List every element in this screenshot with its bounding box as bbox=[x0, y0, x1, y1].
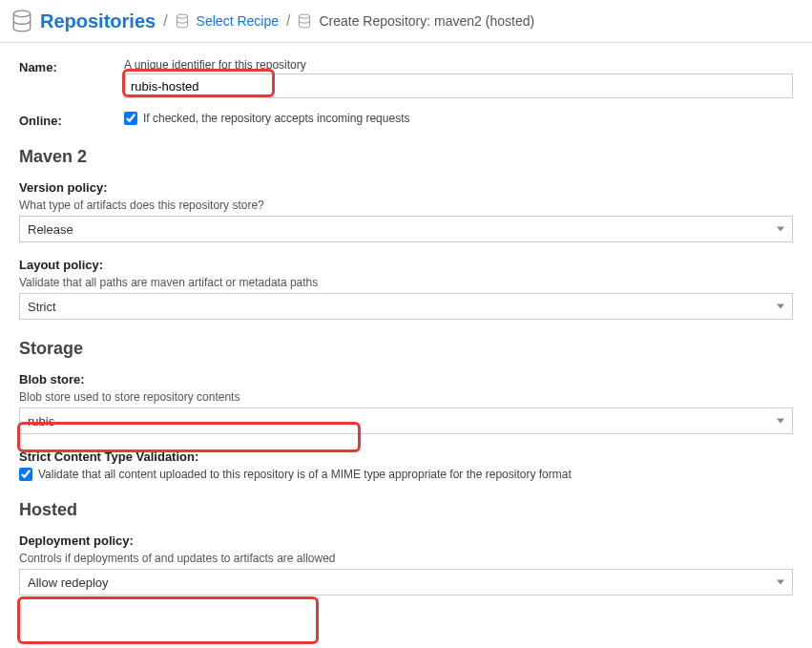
blob-store-hint: Blob store used to store repository cont… bbox=[19, 390, 793, 404]
version-policy-label: Version policy: bbox=[19, 180, 793, 195]
chevron-down-icon bbox=[777, 304, 784, 309]
deployment-policy-hint: Controls if deployments of and updates t… bbox=[19, 552, 793, 565]
section-storage-title: Storage bbox=[19, 339, 793, 359]
name-label: Name: bbox=[19, 58, 124, 74]
svg-point-2 bbox=[300, 14, 310, 18]
version-policy-value: Release bbox=[28, 222, 73, 237]
layout-policy-label: Layout policy: bbox=[19, 258, 793, 272]
breadcrumb: Repositories / Select Recipe / Create Re… bbox=[0, 0, 812, 43]
online-label: Online: bbox=[19, 112, 124, 128]
layout-policy-hint: Validate that all paths are maven artifa… bbox=[19, 276, 793, 289]
section-hosted-title: Hosted bbox=[19, 500, 793, 520]
database-icon bbox=[11, 10, 32, 32]
blob-store-value: rubis bbox=[28, 414, 54, 429]
breadcrumb-current: Create Repository: maven2 (hosted) bbox=[319, 13, 534, 29]
strict-validation-text: Validate that all content uploaded to th… bbox=[38, 468, 572, 481]
breadcrumb-root[interactable]: Repositories bbox=[40, 10, 156, 32]
deployment-policy-select[interactable]: Allow redeploy bbox=[19, 569, 793, 596]
layout-policy-value: Strict bbox=[28, 300, 56, 314]
version-policy-hint: What type of artifacts does this reposit… bbox=[19, 199, 793, 212]
svg-point-0 bbox=[13, 10, 30, 17]
chevron-down-icon bbox=[777, 580, 784, 585]
chevron-down-icon bbox=[777, 419, 784, 424]
strict-validation-checkbox[interactable] bbox=[19, 468, 32, 481]
section-maven2-title: Maven 2 bbox=[19, 147, 793, 167]
database-icon bbox=[176, 13, 189, 29]
form-area: Name: A unique identifier for this repos… bbox=[0, 43, 812, 630]
chevron-down-icon bbox=[777, 227, 784, 232]
online-text: If checked, the repository accepts incom… bbox=[143, 112, 409, 125]
blob-store-label: Blob store: bbox=[19, 372, 793, 387]
deployment-policy-value: Allow redeploy bbox=[28, 575, 109, 590]
breadcrumb-select-recipe[interactable]: Select Recipe bbox=[197, 13, 279, 29]
database-icon bbox=[298, 13, 311, 29]
blob-store-select[interactable]: rubis bbox=[19, 408, 793, 434]
svg-point-1 bbox=[177, 14, 187, 18]
version-policy-select[interactable]: Release bbox=[19, 216, 793, 242]
deployment-policy-label: Deployment policy: bbox=[19, 533, 793, 548]
online-checkbox[interactable] bbox=[124, 112, 137, 125]
layout-policy-select[interactable]: Strict bbox=[19, 293, 793, 320]
name-input[interactable] bbox=[124, 73, 793, 98]
breadcrumb-separator: / bbox=[163, 12, 167, 30]
strict-validation-label: Strict Content Type Validation: bbox=[19, 449, 793, 464]
name-hint: A unique identifier for this repository bbox=[124, 58, 793, 72]
breadcrumb-separator: / bbox=[286, 12, 290, 30]
